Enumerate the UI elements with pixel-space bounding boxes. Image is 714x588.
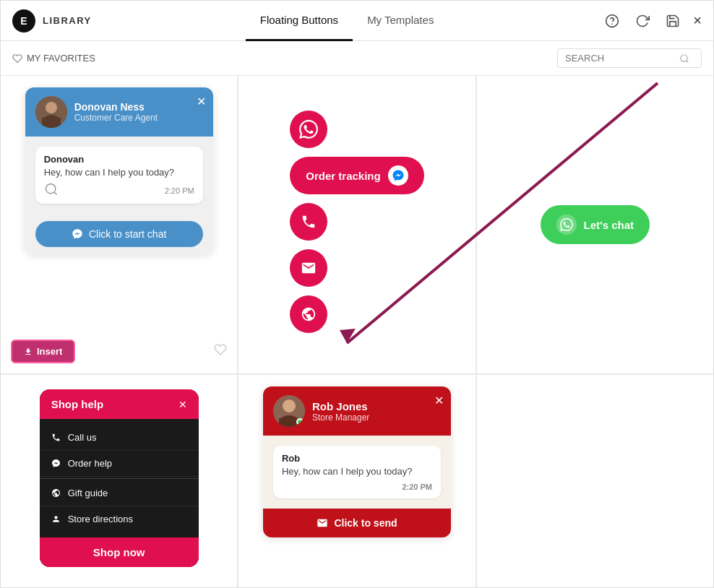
online-indicator — [296, 418, 304, 425]
phone-menu-icon — [51, 433, 61, 442]
rob-send-button[interactable]: Click to send — [263, 509, 451, 537]
rob-footer: Click to send — [263, 509, 451, 537]
floating-buttons-list: Order tracking — [268, 93, 445, 350]
shop-help-header: Shop help ✕ — [40, 389, 199, 419]
header-tabs: Floating Buttons My Templates — [246, 1, 449, 41]
svg-point-2 — [681, 54, 687, 61]
messenger-small-icon — [392, 169, 405, 182]
svg-point-5 — [46, 102, 57, 113]
card-chat-donovan: Donovan Ness Customer Care Agent ✕ Donov… — [1, 76, 237, 373]
globe-float-btn[interactable] — [290, 295, 327, 333]
help-icon-button[interactable] — [602, 11, 622, 31]
shop-help-close-icon[interactable]: ✕ — [178, 399, 187, 410]
insert-label: Insert — [37, 346, 62, 357]
whatsapp-float-btn[interactable] — [290, 111, 327, 148]
whatsapp-small-icon — [560, 218, 573, 231]
chat-close-icon[interactable]: ✕ — [197, 95, 206, 108]
email-float-btn[interactable] — [290, 249, 327, 287]
shop-help-title: Shop help — [51, 398, 104, 410]
library-label: LIBRARY — [43, 15, 92, 26]
chat-widget-header: Donovan Ness Customer Care Agent ✕ — [25, 87, 213, 137]
email-send-icon — [317, 517, 328, 529]
search-area[interactable] — [557, 48, 702, 68]
phone-float-btn[interactable] — [290, 203, 327, 241]
globe-icon — [301, 306, 317, 322]
favorites-toggle[interactable]: MY FAVORITES — [12, 53, 95, 64]
avatar-svg — [35, 96, 67, 128]
zoom-icon — [44, 182, 59, 196]
shop-now-button[interactable]: Shop now — [40, 537, 199, 567]
search-icon — [679, 53, 689, 64]
avatar — [35, 96, 67, 128]
rob-time: 2:20 PM — [282, 483, 432, 491]
agent-name: Donovan Ness — [74, 101, 158, 113]
globe-menu-icon — [51, 488, 61, 498]
svg-line-3 — [687, 60, 689, 62]
svg-point-1 — [611, 23, 613, 25]
header: E LIBRARY Floating Buttons My Templates — [1, 1, 713, 41]
favorites-label: MY FAVORITES — [27, 53, 95, 64]
chat-footer: Click to start chat — [25, 214, 213, 254]
chat-bubble: Donovan Hey, how can I help you today? 2… — [35, 147, 203, 204]
menu-label-order-help: Order help — [68, 458, 112, 469]
svg-point-13 — [283, 399, 296, 412]
rob-chat-bubble: Rob Hey, how can I help you today? 2:20 … — [273, 446, 441, 498]
rob-agent-name: Rob Jones — [312, 400, 369, 412]
messenger-float-icon — [388, 165, 408, 186]
menu-label-call-us: Call us — [68, 432, 97, 443]
agent-info: Donovan Ness Customer Care Agent — [74, 101, 158, 123]
insert-bar: Insert — [11, 340, 227, 363]
card-empty — [477, 375, 713, 587]
menu-item-call-us[interactable]: Call us — [40, 425, 199, 451]
rob-jones-widget: Rob Jones Store Manager ✕ Rob Hey, how c… — [263, 386, 451, 537]
phone-icon — [301, 214, 317, 230]
rob-header: Rob Jones Store Manager ✕ — [263, 386, 451, 436]
chat-sender: Donovan — [44, 154, 194, 165]
lets-chat-label: Let's chat — [584, 219, 634, 231]
chat-time: 2:20 PM — [165, 186, 194, 195]
whatsapp-lets-chat-icon — [556, 215, 577, 235]
order-tracking-float-btn[interactable]: Order tracking — [290, 157, 423, 194]
messenger-icon — [72, 228, 83, 240]
chat-cta-button[interactable]: Click to start chat — [35, 221, 203, 247]
chat-message: Hey, how can I help you today? — [44, 166, 194, 179]
refresh-icon-button[interactable] — [632, 11, 653, 31]
person-menu-icon — [51, 514, 61, 524]
app-container: E LIBRARY Floating Buttons My Templates — [0, 0, 714, 588]
lets-chat-button[interactable]: Let's chat — [541, 205, 650, 244]
favorite-button[interactable] — [214, 343, 227, 360]
svg-point-8 — [46, 184, 55, 194]
menu-item-order-help[interactable]: Order help — [40, 451, 199, 477]
card-shop-help: Shop help ✕ Call us Order help — [1, 375, 237, 587]
menu-label-gift-guide: Gift guide — [68, 488, 108, 498]
agent-role: Customer Care Agent — [74, 113, 158, 123]
order-tracking-label: Order tracking — [306, 170, 380, 182]
logo-icon: E — [12, 9, 35, 33]
rob-chat-body: Rob Hey, how can I help you today? 2:20 … — [263, 436, 451, 509]
tab-my-templates[interactable]: My Templates — [353, 1, 448, 41]
svg-line-9 — [54, 192, 57, 195]
shop-help-widget: Shop help ✕ Call us Order help — [40, 389, 199, 567]
close-button[interactable]: × — [693, 12, 702, 29]
header-actions: × — [602, 11, 702, 31]
menu-item-gift-guide[interactable]: Gift guide — [40, 480, 199, 506]
save-icon-button[interactable] — [663, 11, 683, 31]
shop-help-menu: Call us Order help Gift guide Store dire… — [40, 419, 199, 537]
rob-message: Hey, how can I help you today? — [282, 465, 432, 478]
menu-divider — [40, 478, 199, 479]
insert-button[interactable]: Insert — [11, 340, 75, 363]
menu-item-store-directions[interactable]: Store directions — [40, 506, 199, 532]
messenger-menu-icon — [51, 459, 61, 468]
rob-sender: Rob — [282, 453, 432, 464]
search-input[interactable] — [565, 53, 674, 64]
tab-floating-buttons[interactable]: Floating Buttons — [246, 1, 353, 41]
rob-cta-label: Click to send — [334, 517, 397, 529]
rob-avatar — [273, 395, 305, 427]
svg-rect-7 — [42, 118, 61, 128]
rob-close-icon[interactable]: ✕ — [434, 394, 444, 407]
cta-label: Click to start chat — [89, 228, 166, 240]
rob-agent-role: Store Manager — [312, 412, 369, 423]
card-lets-chat: Let's chat — [477, 76, 713, 373]
main-grid: Donovan Ness Customer Care Agent ✕ Donov… — [1, 76, 713, 587]
toolbar: MY FAVORITES — [1, 41, 713, 76]
